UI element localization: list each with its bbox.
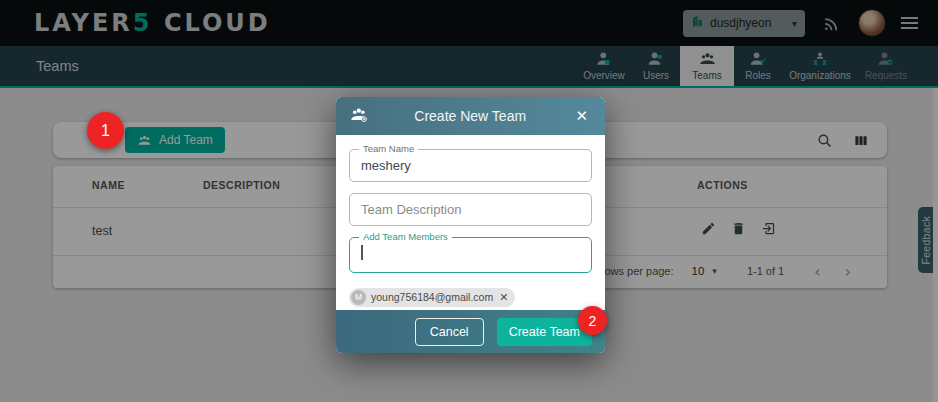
modal-footer: Cancel Create Team: [336, 310, 605, 353]
team-description-placeholder: Team Description: [361, 202, 461, 217]
text-cursor: [361, 245, 363, 260]
team-name-field[interactable]: Team Name meshery: [349, 149, 592, 182]
modal-title: Create New Team: [369, 108, 571, 124]
cancel-button[interactable]: Cancel: [415, 318, 484, 346]
team-name-label: Team Name: [359, 144, 418, 154]
add-team-members-label: Add Team Members: [359, 232, 452, 242]
create-new-team-modal: Create New Team ✕ Team Name meshery Team…: [336, 97, 605, 353]
layer5-cloud-app: LAYER5 CLOUD dusdjhyeon ▾ Teams Overview: [0, 0, 938, 402]
team-name-value: meshery: [361, 158, 411, 173]
modal-body: Team Name meshery Team Description Add T…: [336, 135, 605, 310]
add-team-members-field[interactable]: Add Team Members: [349, 237, 592, 273]
remove-member-icon[interactable]: ✕: [499, 291, 508, 304]
step-badge-2: 2: [578, 306, 607, 335]
team-description-field[interactable]: Team Description: [349, 193, 592, 226]
member-chip: M young756184@gmail.com ✕: [349, 288, 515, 307]
modal-header: Create New Team ✕: [336, 97, 605, 135]
member-avatar: M: [351, 290, 366, 305]
member-email: young756184@gmail.com: [371, 291, 493, 303]
close-icon[interactable]: ✕: [571, 105, 592, 127]
group-add-icon: [349, 106, 369, 127]
step-badge-1: 1: [87, 112, 124, 149]
